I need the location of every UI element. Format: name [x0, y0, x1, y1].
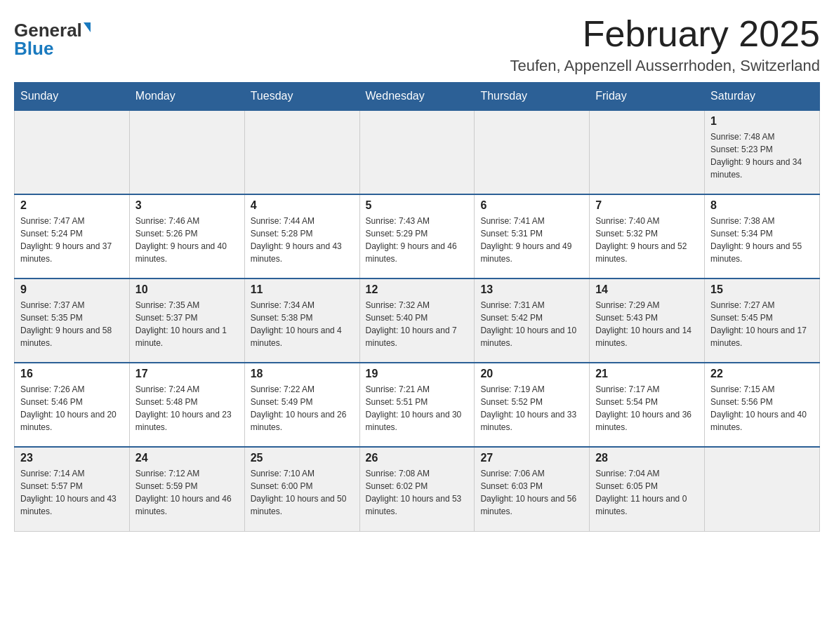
day-number: 10 [135, 283, 239, 296]
calendar-header-saturday: Saturday [705, 83, 820, 111]
day-info: Sunrise: 7:19 AMSunset: 5:52 PMDaylight:… [480, 383, 583, 434]
day-number: 11 [251, 283, 354, 296]
day-info: Sunrise: 7:15 AMSunset: 5:56 PMDaylight:… [710, 383, 814, 434]
calendar-day-cell: 22Sunrise: 7:15 AMSunset: 5:56 PMDayligh… [705, 363, 820, 447]
day-number: 26 [366, 452, 469, 464]
day-info: Sunrise: 7:12 AMSunset: 5:59 PMDaylight:… [135, 467, 239, 518]
day-info: Sunrise: 7:35 AMSunset: 5:37 PMDaylight:… [135, 299, 239, 349]
calendar-day-cell [590, 110, 705, 194]
calendar-day-cell: 24Sunrise: 7:12 AMSunset: 5:59 PMDayligh… [129, 447, 244, 531]
calendar-day-cell: 11Sunrise: 7:34 AMSunset: 5:38 PMDayligh… [244, 279, 359, 363]
day-info: Sunrise: 7:29 AMSunset: 5:43 PMDaylight:… [595, 299, 699, 349]
day-number: 7 [595, 199, 699, 212]
calendar-header-thursday: Thursday [475, 83, 590, 111]
day-number: 4 [251, 199, 354, 212]
calendar-day-cell: 19Sunrise: 7:21 AMSunset: 5:51 PMDayligh… [359, 363, 475, 447]
day-number: 6 [480, 199, 583, 212]
calendar-week-row: 23Sunrise: 7:14 AMSunset: 5:57 PMDayligh… [15, 447, 820, 531]
calendar-day-cell: 13Sunrise: 7:31 AMSunset: 5:42 PMDayligh… [475, 279, 590, 363]
calendar-day-cell: 26Sunrise: 7:08 AMSunset: 6:02 PMDayligh… [359, 447, 475, 531]
calendar-header-monday: Monday [129, 83, 244, 111]
calendar-header-wednesday: Wednesday [359, 83, 475, 111]
day-info: Sunrise: 7:17 AMSunset: 5:54 PMDaylight:… [595, 383, 699, 434]
calendar-day-cell: 23Sunrise: 7:14 AMSunset: 5:57 PMDayligh… [15, 447, 130, 531]
day-number: 19 [366, 368, 469, 380]
day-number: 18 [251, 368, 354, 380]
calendar-day-cell: 16Sunrise: 7:26 AMSunset: 5:46 PMDayligh… [15, 363, 130, 447]
day-number: 14 [595, 283, 699, 296]
month-title: February 2025 [510, 14, 820, 54]
calendar-day-cell [244, 110, 359, 194]
calendar-day-cell: 6Sunrise: 7:41 AMSunset: 5:31 PMDaylight… [475, 194, 590, 279]
day-number: 17 [135, 368, 239, 380]
day-number: 20 [480, 368, 583, 380]
calendar-day-cell: 14Sunrise: 7:29 AMSunset: 5:43 PMDayligh… [590, 279, 705, 363]
day-number: 28 [595, 452, 699, 464]
day-info: Sunrise: 7:34 AMSunset: 5:38 PMDaylight:… [251, 299, 354, 349]
calendar-header-row: SundayMondayTuesdayWednesdayThursdayFrid… [15, 83, 820, 111]
calendar-day-cell: 27Sunrise: 7:06 AMSunset: 6:03 PMDayligh… [475, 447, 590, 531]
calendar-day-cell: 8Sunrise: 7:38 AMSunset: 5:34 PMDaylight… [705, 194, 820, 279]
day-number: 8 [710, 199, 814, 212]
page-header: General Blue February 2025 Teufen, Appen… [14, 14, 820, 75]
day-info: Sunrise: 7:38 AMSunset: 5:34 PMDaylight:… [710, 215, 814, 265]
calendar-day-cell [475, 110, 590, 194]
calendar-table: SundayMondayTuesdayWednesdayThursdayFrid… [14, 82, 820, 532]
calendar-day-cell [129, 110, 244, 194]
calendar-header-tuesday: Tuesday [244, 83, 359, 111]
calendar-day-cell: 2Sunrise: 7:47 AMSunset: 5:24 PMDaylight… [15, 194, 130, 279]
calendar-week-row: 1Sunrise: 7:48 AMSunset: 5:23 PMDaylight… [15, 110, 820, 194]
day-info: Sunrise: 7:06 AMSunset: 6:03 PMDaylight:… [480, 467, 583, 518]
calendar-day-cell: 20Sunrise: 7:19 AMSunset: 5:52 PMDayligh… [475, 363, 590, 447]
day-info: Sunrise: 7:31 AMSunset: 5:42 PMDaylight:… [480, 299, 583, 349]
day-info: Sunrise: 7:48 AMSunset: 5:23 PMDaylight:… [710, 130, 814, 181]
title-section: February 2025 Teufen, Appenzell Ausserrh… [510, 14, 820, 75]
calendar-day-cell: 17Sunrise: 7:24 AMSunset: 5:48 PMDayligh… [129, 363, 244, 447]
calendar-day-cell: 25Sunrise: 7:10 AMSunset: 6:00 PMDayligh… [244, 447, 359, 531]
day-info: Sunrise: 7:37 AMSunset: 5:35 PMDaylight:… [20, 299, 124, 349]
day-info: Sunrise: 7:27 AMSunset: 5:45 PMDaylight:… [710, 299, 814, 349]
day-number: 5 [366, 199, 469, 212]
day-info: Sunrise: 7:08 AMSunset: 6:02 PMDaylight:… [366, 467, 469, 518]
logo-blue-text: Blue [14, 39, 53, 58]
day-info: Sunrise: 7:32 AMSunset: 5:40 PMDaylight:… [366, 299, 469, 349]
calendar-week-row: 9Sunrise: 7:37 AMSunset: 5:35 PMDaylight… [15, 279, 820, 363]
day-number: 12 [366, 283, 469, 296]
calendar-day-cell [359, 110, 475, 194]
day-info: Sunrise: 7:14 AMSunset: 5:57 PMDaylight:… [20, 467, 124, 518]
calendar-day-cell: 1Sunrise: 7:48 AMSunset: 5:23 PMDaylight… [705, 110, 820, 194]
day-number: 23 [20, 452, 124, 464]
calendar-day-cell: 7Sunrise: 7:40 AMSunset: 5:32 PMDaylight… [590, 194, 705, 279]
day-number: 22 [710, 368, 814, 380]
day-info: Sunrise: 7:47 AMSunset: 5:24 PMDaylight:… [20, 215, 124, 265]
day-info: Sunrise: 7:41 AMSunset: 5:31 PMDaylight:… [480, 215, 583, 265]
day-number: 16 [20, 368, 124, 380]
calendar-day-cell: 15Sunrise: 7:27 AMSunset: 5:45 PMDayligh… [705, 279, 820, 363]
day-number: 2 [20, 199, 124, 212]
calendar-day-cell: 5Sunrise: 7:43 AMSunset: 5:29 PMDaylight… [359, 194, 475, 279]
day-info: Sunrise: 7:24 AMSunset: 5:48 PMDaylight:… [135, 383, 239, 434]
calendar-day-cell: 28Sunrise: 7:04 AMSunset: 6:05 PMDayligh… [590, 447, 705, 531]
day-info: Sunrise: 7:44 AMSunset: 5:28 PMDaylight:… [251, 215, 354, 265]
day-info: Sunrise: 7:46 AMSunset: 5:26 PMDaylight:… [135, 215, 239, 265]
calendar-day-cell [15, 110, 130, 194]
calendar-header-friday: Friday [590, 83, 705, 111]
day-info: Sunrise: 7:43 AMSunset: 5:29 PMDaylight:… [366, 215, 469, 265]
calendar-week-row: 16Sunrise: 7:26 AMSunset: 5:46 PMDayligh… [15, 363, 820, 447]
day-number: 25 [251, 452, 354, 464]
logo: General Blue [14, 21, 91, 58]
calendar-day-cell: 21Sunrise: 7:17 AMSunset: 5:54 PMDayligh… [590, 363, 705, 447]
calendar-header-sunday: Sunday [15, 83, 130, 111]
calendar-day-cell: 12Sunrise: 7:32 AMSunset: 5:40 PMDayligh… [359, 279, 475, 363]
day-number: 9 [20, 283, 124, 296]
day-number: 21 [595, 368, 699, 380]
day-info: Sunrise: 7:21 AMSunset: 5:51 PMDaylight:… [366, 383, 469, 434]
day-info: Sunrise: 7:40 AMSunset: 5:32 PMDaylight:… [595, 215, 699, 265]
logo-general-text: General [14, 21, 82, 39]
calendar-day-cell: 3Sunrise: 7:46 AMSunset: 5:26 PMDaylight… [129, 194, 244, 279]
calendar-day-cell: 10Sunrise: 7:35 AMSunset: 5:37 PMDayligh… [129, 279, 244, 363]
day-number: 24 [135, 452, 239, 464]
calendar-day-cell: 18Sunrise: 7:22 AMSunset: 5:49 PMDayligh… [244, 363, 359, 447]
day-info: Sunrise: 7:04 AMSunset: 6:05 PMDaylight:… [595, 467, 699, 518]
calendar-day-cell: 4Sunrise: 7:44 AMSunset: 5:28 PMDaylight… [244, 194, 359, 279]
